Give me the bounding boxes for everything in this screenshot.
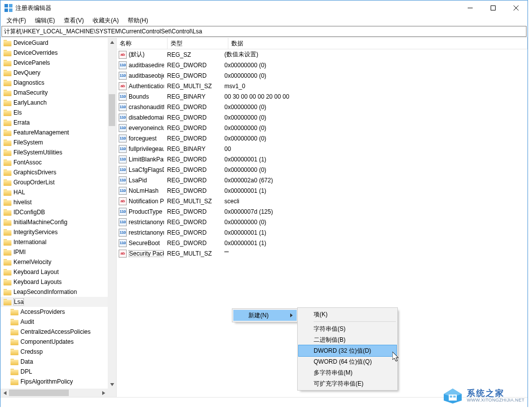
scroll-thumb[interactable] [109, 94, 115, 126]
tree-item[interactable]: Data [0, 357, 108, 367]
tree-vertical-scrollbar[interactable] [108, 38, 116, 389]
tree-list[interactable]: DeviceGuardDeviceOverridesDevicePanelsDe… [0, 38, 108, 397]
tree-item[interactable]: FeatureManagement [0, 128, 108, 137]
tree-item[interactable]: KernelVelocity [0, 257, 108, 267]
list-row[interactable]: 110everyoneinclud...REG_DWORD0x00000000 … [117, 123, 528, 133]
tree-item[interactable]: HAL [0, 187, 108, 197]
list-row[interactable]: 110SecureBootREG_DWORD0x00000001 (1) [117, 238, 528, 248]
tree-item-label: EarlyLaunch [13, 99, 47, 106]
binary-value-icon: 110 [119, 103, 127, 111]
string-value-icon: ab [119, 82, 127, 90]
menu-help[interactable]: 帮助(H) [124, 16, 152, 25]
list-row[interactable]: 110LsaPidREG_DWORD0x000002a0 (672) [117, 175, 528, 185]
context-item[interactable]: 字符串值(S) [299, 323, 396, 334]
tree-item[interactable]: FileSystemUtilities [0, 147, 108, 157]
folder-icon [10, 319, 18, 325]
list-row[interactable]: 110ProductTypeREG_DWORD0x0000007d (125) [117, 206, 528, 217]
list-row[interactable]: abAuthentication ...REG_MULTI_SZmsv1_0 [117, 81, 528, 91]
tree-item[interactable]: ComponentUpdates [0, 337, 108, 347]
tree-item-selected[interactable]: Lsa [0, 297, 108, 307]
value-name: auditbaseobje... [129, 72, 164, 79]
tree-item[interactable]: Keyboard Layouts [0, 277, 108, 287]
list-row[interactable]: 110auditbasedirec...REG_DWORD0x00000000 … [117, 60, 528, 70]
tree-item[interactable]: CentralizedAccessPolicies [0, 327, 108, 337]
scroll-thumb[interactable] [9, 390, 69, 396]
tree-item[interactable]: EarlyLaunch [0, 98, 108, 108]
column-type[interactable]: 类型 [168, 38, 228, 49]
context-item-new[interactable]: 新建(N) [233, 310, 297, 321]
close-button[interactable] [505, 0, 528, 15]
tree-item[interactable]: FileSystem [0, 137, 108, 147]
context-item[interactable]: DWORD (32 位)值(D) [298, 345, 397, 357]
tree-item[interactable]: Els [0, 108, 108, 118]
tree-item[interactable]: IDConfigDB [0, 207, 108, 217]
context-item[interactable]: 可扩充字符串值(E) [299, 378, 396, 389]
list-row[interactable]: 110BoundsREG_BINARY00 30 00 00 00 20 00 … [117, 91, 528, 102]
list-row[interactable]: ab(默认)REG_SZ(数值未设置) [117, 49, 528, 60]
tree-item[interactable]: DeviceOverrides [0, 48, 108, 58]
scroll-right-icon[interactable] [99, 389, 108, 397]
tree-item[interactable]: Audit [0, 317, 108, 327]
column-name[interactable]: 名称 [117, 38, 168, 49]
list-row[interactable]: 110disabledomain...REG_DWORD0x00000000 (… [117, 112, 528, 123]
list-row[interactable]: 110forceguestREG_DWORD0x00000000 (0) [117, 133, 528, 143]
tree-item[interactable]: FipsAlgorithmPolicy [0, 377, 108, 387]
tree-item[interactable]: DeviceGuard [0, 38, 108, 48]
tree-item[interactable]: IntegrityServices [0, 227, 108, 237]
menu-edit[interactable]: 编辑(E) [31, 16, 59, 25]
tree-item[interactable]: Credssp [0, 347, 108, 357]
list-row[interactable]: 110fullprivilegeau...REG_BINARY00 [117, 143, 528, 154]
tree-item[interactable]: Diagnostics [0, 78, 108, 88]
tree-item[interactable]: InitialMachineConfig [0, 217, 108, 227]
tree-item[interactable]: International [0, 237, 108, 247]
minimize-button[interactable] [459, 0, 482, 15]
tree-item[interactable]: Keyboard Layout [0, 267, 108, 277]
context-item[interactable]: 多字符串值(M) [299, 367, 396, 378]
list-row[interactable]: 110restrictanonym...REG_DWORD0x00000001 … [117, 227, 528, 238]
list-row[interactable]: 110restrictanonym...REG_DWORD0x00000000 … [117, 217, 528, 227]
menu-fav[interactable]: 收藏夹(A) [89, 16, 123, 25]
value-type: REG_DWORD [164, 72, 221, 79]
tree-item[interactable]: DevicePanels [0, 58, 108, 68]
context-item[interactable]: 二进制值(B) [299, 334, 396, 345]
column-data[interactable]: 数据 [228, 38, 528, 49]
scroll-left-icon[interactable] [0, 389, 9, 397]
value-type: REG_DWORD [164, 104, 221, 111]
value-data: 0x00000000 (0) [221, 104, 528, 111]
address-bar[interactable]: 计算机\HKEY_LOCAL_MACHINE\SYSTEM\CurrentCon… [1, 26, 527, 37]
list-row[interactable]: 110NoLmHashREG_DWORD0x00000001 (1) [117, 185, 528, 196]
tree-item-label: DeviceGuard [13, 39, 48, 46]
maximize-button[interactable] [482, 0, 505, 15]
list-row[interactable]: 110crashonauditfailREG_DWORD0x00000000 (… [117, 102, 528, 112]
list-row[interactable]: abSecurity Packa...REG_MULTI_SZ"" [117, 248, 528, 259]
list-row[interactable]: 110LimitBlankPass...REG_DWORD0x00000001 … [117, 154, 528, 164]
tree-item[interactable]: GroupOrderList [0, 177, 108, 187]
tree-item[interactable]: DmaSecurity [0, 88, 108, 98]
tree-item[interactable]: AccessProviders [0, 307, 108, 317]
list-row[interactable]: 110auditbaseobje...REG_DWORD0x00000000 (… [117, 70, 528, 81]
scroll-up-icon[interactable] [108, 38, 116, 46]
tree-item[interactable]: IPMI [0, 247, 108, 257]
tree-item-label: Data [20, 358, 33, 365]
folder-icon [10, 339, 18, 345]
list-row[interactable]: abNotification Pa...REG_MULTI_SZscecli [117, 196, 528, 206]
context-item[interactable]: QWORD (64 位)值(Q) [299, 356, 396, 367]
tree-item[interactable]: LeapSecondInformation [0, 287, 108, 297]
tree-item[interactable]: Errata [0, 118, 108, 128]
tree-item-label: KernelVelocity [13, 259, 51, 266]
scroll-down-icon[interactable] [108, 380, 116, 389]
tree-item[interactable]: DevQuery [0, 68, 108, 78]
tree-item[interactable]: GraphicsDrivers [0, 167, 108, 177]
menu-file[interactable]: 文件(F) [2, 16, 30, 25]
folder-icon [10, 369, 18, 375]
tree-item[interactable]: hivelist [0, 197, 108, 207]
tree-horizontal-scrollbar[interactable] [0, 389, 108, 397]
value-type: REG_MULTI_SZ [164, 250, 221, 257]
context-item[interactable]: 项(K) [299, 309, 396, 320]
scroll-track[interactable] [108, 46, 116, 380]
tree-item[interactable]: FontAssoc [0, 157, 108, 167]
tree-item[interactable]: DPL [0, 367, 108, 377]
list-row[interactable]: 110LsaCfgFlagsDe...REG_DWORD0x00000000 (… [117, 164, 528, 175]
menu-view[interactable]: 查看(V) [60, 16, 88, 25]
scroll-track[interactable] [9, 389, 99, 397]
